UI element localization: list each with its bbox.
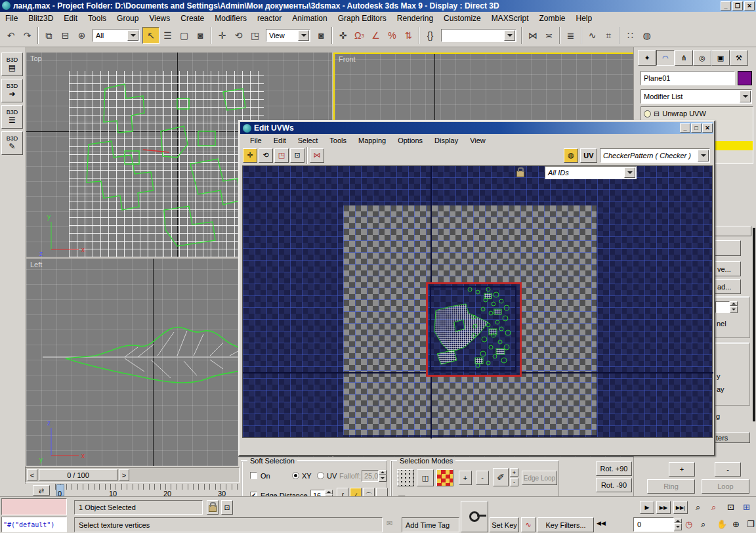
add-time-tag-field[interactable]: Add Time Tag xyxy=(402,517,459,532)
spinner-snap-icon[interactable]: ⇅ xyxy=(400,27,417,45)
cut-button-load[interactable]: ad... xyxy=(715,279,741,294)
play-button[interactable]: ▶ xyxy=(640,501,654,514)
cut-rollout-header-ters[interactable]: ters xyxy=(713,432,750,443)
tab-motion-icon[interactable]: ◎ xyxy=(693,50,711,66)
zoom-extents-all-icon[interactable]: ⊞ xyxy=(743,502,750,512)
dropdown-arrow-icon[interactable] xyxy=(298,30,309,41)
menu-tools[interactable]: Tools xyxy=(83,12,112,24)
menu-zombie[interactable]: Zombie xyxy=(534,12,570,24)
all-ids-dropdown[interactable]: All IDs xyxy=(545,166,637,179)
selection-lock-button[interactable] xyxy=(207,500,219,515)
rollout-header-fragment[interactable] xyxy=(713,226,751,236)
dialog-title-bar[interactable]: Edit UVWs _ □ ✕ xyxy=(240,122,713,134)
menu-reactor[interactable]: reactor xyxy=(252,12,287,24)
track-bar-toggle-icon[interactable]: ⇄ xyxy=(33,485,50,496)
dialog-menu-options[interactable]: Options xyxy=(392,135,428,146)
panel-scrollbar[interactable] xyxy=(753,228,755,421)
falloff-spinner[interactable] xyxy=(379,470,387,482)
restore-button[interactable]: ❐ xyxy=(732,1,743,11)
stack-collapse-icon[interactable]: ⊟ xyxy=(654,110,660,118)
shrink-selection-button[interactable]: - xyxy=(715,462,741,477)
redo-icon[interactable]: ↷ xyxy=(19,27,35,45)
vertex-mode-button[interactable] xyxy=(397,469,414,486)
menu-animation[interactable]: Animation xyxy=(287,12,332,24)
time-slider-thumb[interactable]: 0 / 100 xyxy=(39,469,117,481)
menu-views[interactable]: Views xyxy=(144,12,175,24)
uv-islands[interactable] xyxy=(428,284,516,371)
frame-spinner[interactable] xyxy=(674,519,682,530)
xy-radio[interactable] xyxy=(292,472,299,479)
face-mode-button[interactable] xyxy=(436,469,453,486)
b3d-list-button[interactable]: B3D☰ xyxy=(1,105,23,129)
zoom-region-icon[interactable]: ⌕ xyxy=(701,519,705,530)
menu-help[interactable]: Help xyxy=(570,12,597,24)
window-crossing-icon[interactable]: ◙ xyxy=(192,27,209,45)
menu-group[interactable]: Group xyxy=(112,12,144,24)
select-rotate-icon[interactable]: ⟲ xyxy=(230,27,247,45)
tab-hierarchy-icon[interactable]: ⋔ xyxy=(675,50,693,66)
curve-editor-icon[interactable]: ∿ xyxy=(584,27,600,45)
orbit-icon[interactable]: ⊕ xyxy=(732,519,740,529)
cut-channel-field[interactable] xyxy=(715,301,730,313)
modifier-bulb-icon[interactable] xyxy=(644,110,651,117)
dialog-menu-edit[interactable]: Edit xyxy=(268,135,291,146)
menu-maxscript[interactable]: MAXScript xyxy=(486,12,534,24)
dropdown-arrow-icon[interactable] xyxy=(504,30,515,41)
material-editor-icon[interactable]: ∷ xyxy=(622,27,639,45)
angle-snap-icon[interactable]: ∠ xyxy=(368,27,384,45)
percent-snap-icon[interactable]: % xyxy=(384,27,400,45)
uv-mirror-button[interactable]: ⋈ xyxy=(310,148,324,163)
uv-move-button[interactable]: ✛ xyxy=(243,148,257,163)
lock-selected-vertices-icon[interactable] xyxy=(516,171,524,177)
viewport-front-label[interactable]: Front xyxy=(339,55,356,63)
grow-selection-button[interactable]: + xyxy=(669,462,695,477)
bind-to-spacewarp-icon[interactable]: ⊛ xyxy=(74,27,90,45)
tab-create-icon[interactable]: ✦ xyxy=(638,50,656,66)
b3d-save-button[interactable]: B3D▤ xyxy=(1,53,23,76)
layer-manager-icon[interactable]: ≣ xyxy=(562,27,579,45)
current-frame-field[interactable]: 0 xyxy=(633,517,674,532)
new-key-curve-toggle[interactable]: ∿ xyxy=(521,517,536,532)
menu-graph-editors[interactable]: Graph Editors xyxy=(333,12,392,24)
go-to-end-button[interactable]: ▶▶| xyxy=(673,501,688,514)
minimize-button[interactable]: _ xyxy=(721,1,731,11)
rotate-minus-90-button[interactable]: Rot. -90 xyxy=(596,478,632,492)
paint-select-button[interactable]: ✐ xyxy=(493,468,509,486)
menu-file[interactable]: File xyxy=(0,12,23,24)
render-setup-icon[interactable]: ◍ xyxy=(639,27,655,45)
falloff-field[interactable]: 25,0 xyxy=(362,470,379,482)
communicator-icon[interactable]: ✉ xyxy=(387,519,392,528)
uv-editor-canvas[interactable] xyxy=(242,165,713,438)
modifier-name[interactable]: Unwrap UVW xyxy=(662,110,706,117)
dialog-menu-display[interactable]: Display xyxy=(429,135,463,146)
manipulate-icon[interactable]: ✜ xyxy=(335,27,351,45)
paint-brush-smaller-button[interactable]: - xyxy=(510,478,518,486)
time-slider-prev-button[interactable]: < xyxy=(27,469,37,481)
map-pattern-dropdown[interactable]: CheckerPattern ( Checker ) xyxy=(600,148,710,163)
unlink-selection-icon[interactable]: ⊟ xyxy=(57,27,74,45)
b3d-tools-button[interactable]: B3D✎ xyxy=(1,131,23,155)
dialog-minimize-button[interactable]: _ xyxy=(680,123,690,133)
zoom-icon[interactable]: ⌕ xyxy=(696,502,700,513)
dialog-menu-file[interactable]: File xyxy=(245,135,267,146)
snap-toggle-3d-icon[interactable]: Ω3 xyxy=(351,27,368,45)
object-name-field[interactable]: Plane01 xyxy=(640,71,735,85)
b3d-export-button[interactable]: B3D➜ xyxy=(1,79,23,102)
dialog-close-button[interactable]: ✕ xyxy=(702,123,713,133)
rotate-plus-90-button[interactable]: Rot. +90 xyxy=(596,461,632,476)
schematic-view-icon[interactable]: ⌗ xyxy=(600,27,617,45)
dropdown-arrow-icon[interactable] xyxy=(624,167,635,178)
dropdown-arrow-icon[interactable] xyxy=(127,30,138,41)
show-map-toggle[interactable]: ◍ xyxy=(564,148,578,163)
dialog-menu-select[interactable]: Select xyxy=(293,135,324,146)
modifier-list-dropdown[interactable]: Modifier List xyxy=(640,89,752,104)
modifier-stack-row[interactable]: ⊟ Unwrap UVW xyxy=(641,107,753,120)
maxscript-mini-listener-pink[interactable] xyxy=(1,498,67,515)
pan-view-icon[interactable]: ✋ xyxy=(717,519,727,529)
edge-mode-button[interactable]: ◫ xyxy=(417,469,434,486)
cut-channel-spinner[interactable] xyxy=(730,301,738,313)
xy-label[interactable]: XY xyxy=(302,472,312,480)
select-and-link-icon[interactable]: ⧉ xyxy=(41,27,57,45)
select-scale-icon[interactable]: ◳ xyxy=(247,27,263,45)
named-selection-dropdown[interactable] xyxy=(441,29,516,42)
